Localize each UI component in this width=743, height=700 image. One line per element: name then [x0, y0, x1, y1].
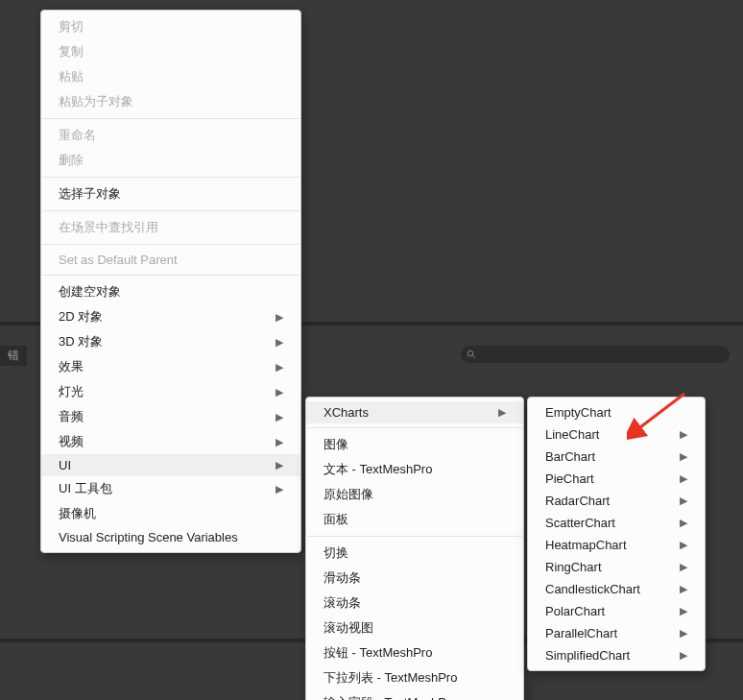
- ui-menu-item-1-1[interactable]: 文本 - TextMeshPro: [306, 457, 523, 482]
- menu-item-label: 2D 对象: [59, 308, 103, 326]
- svg-point-0: [467, 350, 473, 356]
- chevron-right-icon: ▶: [680, 539, 687, 551]
- ui-menu-item-2-1[interactable]: 滑动条: [306, 566, 523, 591]
- context-menu-item-5-5[interactable]: 音频▶: [41, 404, 300, 429]
- context-menu-item-5-8[interactable]: UI 工具包▶: [41, 476, 300, 501]
- menu-item-label: 粘贴: [59, 68, 84, 85]
- ui-menu-item-2-4[interactable]: 按钮 - TextMeshPro: [306, 640, 523, 665]
- chevron-right-icon: ▶: [680, 627, 687, 640]
- menu-separator: [307, 536, 522, 537]
- menu-separator: [42, 244, 300, 245]
- menu-separator: [307, 427, 522, 428]
- chevron-right-icon: ▶: [276, 336, 283, 349]
- ui-menu-item-2-0[interactable]: 切换: [306, 541, 523, 566]
- menu-item-label: 文本 - TextMeshPro: [324, 461, 432, 478]
- menu-item-label: XCharts: [324, 405, 369, 420]
- menu-item-label: Visual Scripting Scene Variables: [59, 530, 238, 544]
- menu-item-label: HeatmapChart: [545, 538, 627, 552]
- ui-menu-item-2-6[interactable]: 输入字段 - TextMeshPro: [306, 690, 523, 700]
- console-tab[interactable]: 错: [0, 346, 27, 366]
- context-menu-item-2-0[interactable]: 选择子对象: [41, 181, 300, 206]
- menu-item-label: 剪切: [59, 18, 84, 36]
- context-menu-item-5-10[interactable]: Visual Scripting Scene Variables: [41, 526, 300, 548]
- xcharts-menu-item-6[interactable]: HeatmapChart▶: [528, 534, 705, 556]
- context-menu-item-3-0: 在场景中查找引用: [41, 215, 300, 240]
- menu-separator: [42, 118, 300, 119]
- context-menu-item-5-1[interactable]: 2D 对象▶: [41, 304, 300, 329]
- menu-item-label: 按钮 - TextMeshPro: [324, 644, 432, 662]
- menu-item-label: SimplifiedChart: [545, 648, 630, 663]
- menu-item-label: 复制: [59, 43, 84, 60]
- chevron-right-icon: ▶: [276, 436, 283, 448]
- xcharts-menu-item-10[interactable]: ParallelChart▶: [528, 622, 705, 644]
- context-menu-item-0-3: 粘贴为子对象: [41, 89, 300, 114]
- menu-item-label: UI: [59, 458, 71, 472]
- menu-item-label: 切换: [324, 544, 348, 562]
- chevron-right-icon: ▶: [680, 649, 687, 662]
- context-menu-item-5-2[interactable]: 3D 对象▶: [41, 329, 300, 354]
- search-input[interactable]: [461, 346, 730, 363]
- menu-item-label: ParallelChart: [545, 626, 617, 640]
- context-menu-item-4-0: Set as Default Parent: [41, 249, 300, 271]
- chevron-right-icon: ▶: [276, 483, 283, 495]
- xcharts-menu-item-3[interactable]: PieChart▶: [528, 468, 705, 490]
- xcharts-menu-item-9[interactable]: PolarChart▶: [528, 600, 705, 622]
- xcharts-menu-item-11[interactable]: SimplifiedChart▶: [528, 644, 705, 666]
- chevron-right-icon: ▶: [680, 450, 687, 463]
- ui-menu-item-2-5[interactable]: 下拉列表 - TextMeshPro: [306, 665, 523, 690]
- ui-menu-item-1-0[interactable]: 图像: [306, 432, 523, 457]
- xcharts-menu-item-7[interactable]: RingChart▶: [528, 556, 705, 578]
- menu-item-label: RingChart: [545, 560, 602, 574]
- menu-item-label: LineChart: [545, 427, 599, 442]
- menu-item-label: 滚动视图: [324, 619, 373, 637]
- menu-item-label: 面板: [324, 511, 348, 528]
- chevron-right-icon: ▶: [276, 459, 283, 471]
- chevron-right-icon: ▶: [680, 517, 687, 529]
- context-menu-item-0-2: 粘贴: [41, 64, 300, 89]
- xcharts-menu-item-0[interactable]: EmptyChart: [528, 401, 705, 423]
- menu-separator: [42, 275, 300, 276]
- chevron-right-icon: ▶: [680, 495, 687, 507]
- menu-item-label: 图像: [324, 436, 348, 453]
- xcharts-menu-item-8[interactable]: CandlestickChart▶: [528, 578, 705, 600]
- context-menu-item-5-7[interactable]: UI▶: [41, 454, 300, 476]
- ui-menu-item-1-2[interactable]: 原始图像: [306, 482, 523, 507]
- ui-menu-item-1-3[interactable]: 面板: [306, 507, 523, 532]
- menu-item-label: UI 工具包: [59, 480, 112, 497]
- ui-menu-item-2-3[interactable]: 滚动视图: [306, 616, 523, 640]
- menu-item-label: 删除: [59, 152, 84, 169]
- svg-line-1: [472, 355, 475, 358]
- submenu-ui: XCharts▶图像文本 - TextMeshPro原始图像面板切换滑动条滚动条…: [305, 397, 524, 700]
- context-menu-item-5-0[interactable]: 创建空对象: [41, 279, 300, 304]
- menu-item-label: 在场景中查找引用: [59, 219, 158, 236]
- menu-item-label: 滑动条: [324, 569, 361, 587]
- context-menu-root: 剪切复制粘贴粘贴为子对象重命名删除选择子对象在场景中查找引用Set as Def…: [40, 10, 301, 553]
- context-menu-item-0-1: 复制: [41, 39, 300, 64]
- menu-item-label: 输入字段 - TextMeshPro: [324, 694, 457, 700]
- submenu-xcharts: EmptyChartLineChart▶BarChart▶PieChart▶Ra…: [527, 397, 706, 671]
- chevron-right-icon: ▶: [276, 361, 283, 374]
- context-menu-item-5-4[interactable]: 灯光▶: [41, 379, 300, 404]
- context-menu-item-5-9[interactable]: 摄像机: [41, 501, 300, 526]
- chevron-right-icon: ▶: [680, 472, 687, 485]
- menu-item-label: 3D 对象: [59, 333, 103, 350]
- context-menu-item-5-3[interactable]: 效果▶: [41, 354, 300, 379]
- menu-separator: [42, 177, 300, 178]
- xcharts-menu-item-4[interactable]: RadarChart▶: [528, 490, 705, 512]
- xcharts-menu-item-5[interactable]: ScatterChart▶: [528, 512, 705, 534]
- menu-item-label: 下拉列表 - TextMeshPro: [324, 669, 457, 687]
- menu-item-label: 滚动条: [324, 594, 361, 612]
- menu-item-label: 选择子对象: [59, 185, 121, 203]
- xcharts-menu-item-1[interactable]: LineChart▶: [528, 423, 705, 446]
- context-menu-item-5-6[interactable]: 视频▶: [41, 429, 300, 454]
- chevron-right-icon: ▶: [276, 386, 283, 398]
- menu-item-label: CandlestickChart: [545, 582, 640, 596]
- menu-item-label: EmptyChart: [545, 405, 611, 420]
- ui-menu-item-2-2[interactable]: 滚动条: [306, 591, 523, 616]
- menu-item-label: 摄像机: [59, 505, 96, 522]
- context-menu-item-1-1: 删除: [41, 148, 300, 173]
- menu-item-label: PolarChart: [545, 604, 605, 618]
- ui-menu-item-0-0[interactable]: XCharts▶: [306, 401, 523, 423]
- xcharts-menu-item-2[interactable]: BarChart▶: [528, 446, 705, 468]
- chevron-right-icon: ▶: [498, 406, 506, 419]
